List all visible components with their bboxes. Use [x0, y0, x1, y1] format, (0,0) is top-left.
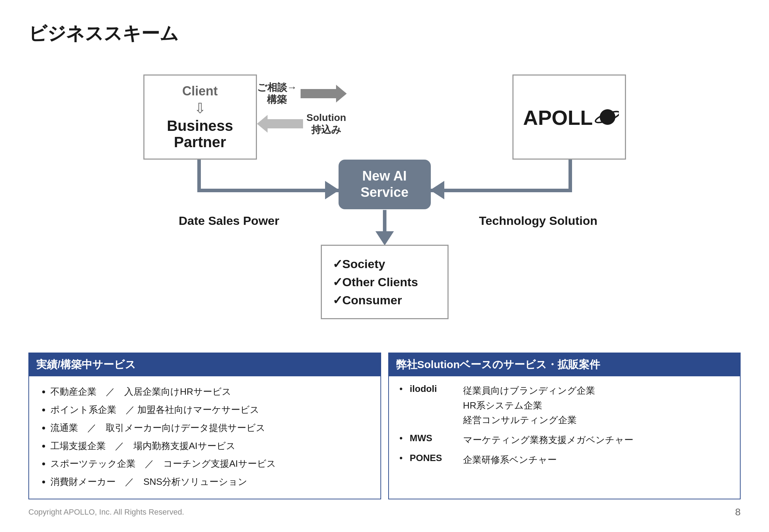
- client-box: Client ⇩ BusinessPartner: [143, 74, 257, 160]
- footer: Copyright APOLLO, Inc. All Rights Reserv…: [28, 506, 741, 518]
- right-table-header: 弊社Solutionベースのサービス・拡販案件: [389, 353, 740, 376]
- diagram-area: Client ⇩ BusinessPartner APOLL ご相談→構築: [28, 60, 741, 345]
- client-label: Client: [182, 84, 218, 99]
- client-arrow-down: ⇩: [194, 100, 206, 116]
- consultation-label: ご相談→構築: [257, 82, 297, 105]
- company-3: PONES: [410, 453, 460, 464]
- right-row-3: • PONES 企業研修系ベンチャー: [400, 453, 730, 467]
- connector-left-horizontal: [197, 189, 343, 192]
- connector-right-vertical: [568, 160, 572, 192]
- apollo-logo: APOLL: [520, 103, 619, 131]
- svg-marker-4: [301, 85, 347, 102]
- right-row-2: • MWS マーケティング業務支援メガベンチャー: [400, 433, 730, 448]
- page-title: ビジネススキーム: [28, 21, 741, 46]
- list-item: ポイント系企業 ／ 加盟各社向けマーケサービス: [50, 401, 370, 418]
- footer-page-number: 8: [735, 506, 741, 518]
- society-box: ✓Society ✓Other Clients ✓Consumer: [321, 245, 449, 319]
- list-item: 流通業 ／ 取引メーカー向けデータ提供サービス: [50, 420, 370, 436]
- arrow-left-icon: [257, 115, 303, 133]
- footer-copyright: Copyright APOLLO, Inc. All Rights Reserv…: [28, 508, 184, 517]
- list-item: 消費財メーカー ／ SNS分析ソリューション: [50, 473, 370, 490]
- bullet-2: •: [400, 433, 403, 444]
- page: ビジネススキーム Client ⇩ BusinessPartner APOLL: [0, 0, 769, 532]
- bullet-3: •: [400, 453, 403, 464]
- svg-point-3: [601, 111, 614, 123]
- bottom-section: 実績/構築中サービス 不動産企業 ／ 入居企業向けHRサービス ポイント系企業 …: [28, 353, 741, 499]
- list-item: スポーツテック企業 ／ コーチング支援AIサービス: [50, 455, 370, 472]
- left-table-header: 実績/構築中サービス: [29, 353, 380, 376]
- arrow-down-head: [375, 231, 394, 245]
- svg-marker-5: [257, 115, 303, 133]
- date-sales-label: Date Sales Power: [179, 213, 279, 228]
- company-1: ilodoli: [410, 383, 460, 394]
- arrow-down-shaft: [383, 210, 386, 231]
- list-item: 不動産企業 ／ 入居企業向けHRサービス: [50, 383, 370, 400]
- top-arrows: ご相談→構築 Solution持込み: [257, 82, 347, 135]
- arrow-down-container: [375, 210, 394, 245]
- svg-text:APOLL: APOLL: [523, 106, 593, 129]
- arrow-right-icon: [301, 85, 347, 102]
- diagram-container: Client ⇩ BusinessPartner APOLL ご相談→構築: [101, 60, 669, 330]
- desc-1: 従業員向けブランディング企業HR系システム企業経営コンサルティング企業: [463, 383, 595, 428]
- apollo-box: APOLL: [512, 74, 626, 160]
- society-item-1: ✓Society: [333, 255, 437, 273]
- tech-solution-label: Technology Solution: [479, 213, 598, 228]
- company-2: MWS: [410, 433, 460, 444]
- left-table: 実績/構築中サービス 不動産企業 ／ 入居企業向けHRサービス ポイント系企業 …: [28, 353, 381, 499]
- right-row-1: • ilodoli 従業員向けブランディング企業HR系システム企業経営コンサルテ…: [400, 383, 730, 428]
- solution-label: Solution持込み: [307, 112, 346, 135]
- society-item-2: ✓Other Clients: [333, 273, 437, 291]
- arrowhead-right-to-ai: [430, 181, 444, 199]
- desc-3: 企業研修系ベンチャー: [463, 453, 557, 467]
- connector-left-vertical: [197, 160, 201, 192]
- solution-arrow: Solution持込み: [257, 112, 347, 135]
- right-table: 弊社Solutionベースのサービス・拡販案件 • ilodoli 従業員向けブ…: [388, 353, 741, 499]
- consultation-arrow: ご相談→構築: [257, 82, 347, 105]
- arrowhead-left-to-ai: [325, 181, 339, 199]
- ai-service-label: New AIService: [361, 168, 408, 200]
- desc-2: マーケティング業務支援メガベンチャー: [463, 433, 633, 448]
- partner-label: BusinessPartner: [167, 118, 233, 150]
- right-table-body: • ilodoli 従業員向けブランディング企業HR系システム企業経営コンサルテ…: [389, 376, 740, 479]
- society-item-3: ✓Consumer: [333, 291, 437, 309]
- ai-service-box: New AIService: [339, 160, 431, 209]
- list-item: 工場支援企業 ／ 場内勤務支援AIサービス: [50, 438, 370, 454]
- left-table-list: 不動産企業 ／ 入居企業向けHRサービス ポイント系企業 ／ 加盟各社向けマーケ…: [40, 383, 370, 490]
- bullet-1: •: [400, 383, 403, 394]
- left-table-body: 不動産企業 ／ 入居企業向けHRサービス ポイント系企業 ／ 加盟各社向けマーケ…: [29, 376, 380, 499]
- connector-right-horizontal: [427, 189, 572, 192]
